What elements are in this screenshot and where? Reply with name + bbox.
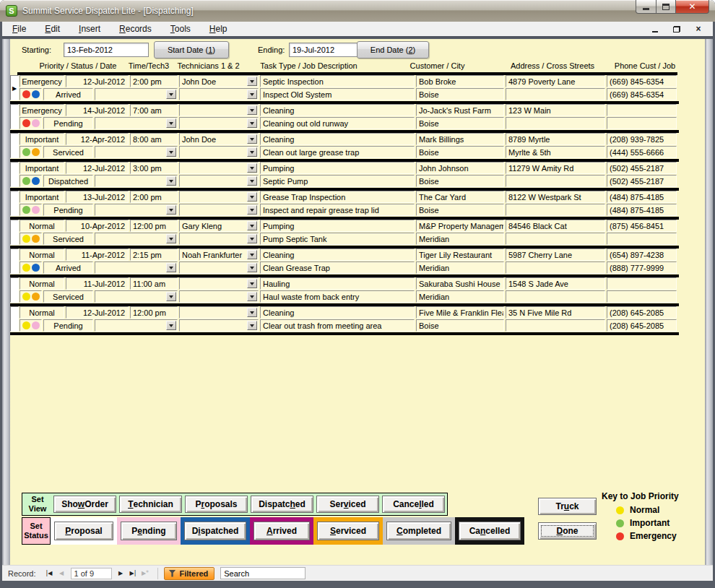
customer-field[interactable]: The Car Yard xyxy=(416,191,504,203)
phone-customer-field[interactable]: (484) 875-4185 xyxy=(607,191,677,203)
priority-field[interactable]: Important xyxy=(20,191,64,203)
dropdown-button[interactable] xyxy=(247,205,257,215)
dropdown-button[interactable] xyxy=(247,250,257,259)
phone-customer-field[interactable]: (502) 455-2187 xyxy=(607,162,677,174)
dropdown-button[interactable] xyxy=(247,163,257,173)
dropdown-button[interactable] xyxy=(247,263,257,272)
task-type-field[interactable]: Pumping xyxy=(260,162,415,174)
phone-job-field[interactable] xyxy=(607,117,677,129)
job-description-field[interactable]: Clear out trash from meeting area xyxy=(260,319,415,332)
dropdown-button[interactable] xyxy=(247,147,257,157)
cross-streets-field[interactable] xyxy=(506,319,605,332)
mdi-restore-button[interactable] xyxy=(671,24,682,34)
priority-field[interactable]: Emergency xyxy=(20,104,64,116)
job-description-field[interactable]: Septic Pump xyxy=(260,175,415,187)
previous-record-button[interactable]: ◀ xyxy=(56,568,68,579)
customer-field[interactable]: Bob Broke xyxy=(416,75,504,87)
dropdown-button[interactable] xyxy=(166,234,176,243)
address-field[interactable]: 123 W Main xyxy=(506,104,605,116)
starting-date-input[interactable] xyxy=(64,43,149,57)
priority-field[interactable]: Normal xyxy=(20,220,64,232)
customer-field[interactable]: M&P Property Management xyxy=(416,220,504,232)
record-selector[interactable] xyxy=(10,306,19,332)
dropdown-button[interactable] xyxy=(247,90,257,99)
customer-field[interactable]: Sakuraba Sushi House xyxy=(416,277,504,290)
status-button-arrived[interactable]: Arrived xyxy=(254,522,310,540)
job-description-field[interactable]: Inspect and repair grease trap lid xyxy=(260,204,415,216)
date-field[interactable]: 12-Jul-2012 xyxy=(66,75,129,87)
cross-streets-field[interactable] xyxy=(506,117,605,129)
city-field[interactable]: Boise xyxy=(416,88,504,100)
technician1-combo[interactable] xyxy=(179,277,259,290)
cross-streets-field[interactable] xyxy=(506,88,605,100)
cross-streets-field[interactable] xyxy=(506,290,605,303)
dropdown-button[interactable] xyxy=(166,90,176,99)
filtered-toggle-button[interactable]: Filtered xyxy=(164,567,215,580)
status-field[interactable]: Arrived xyxy=(43,261,93,274)
dropdown-button[interactable] xyxy=(247,134,257,144)
end-date-button[interactable]: End Date (2) xyxy=(357,41,429,59)
date-field[interactable]: 14-Jul-2012 xyxy=(66,104,129,116)
priority-field[interactable]: Normal xyxy=(20,248,64,261)
status-field[interactable]: Arrived xyxy=(43,88,93,100)
tech3-combo[interactable] xyxy=(95,290,178,303)
technician1-combo[interactable] xyxy=(179,104,259,116)
new-record-button[interactable]: ▶* xyxy=(139,568,152,579)
status-field[interactable]: Serviced xyxy=(43,146,93,158)
record-search-input[interactable] xyxy=(220,567,306,579)
technician2-combo[interactable] xyxy=(179,319,259,332)
task-type-field[interactable]: Septic Inspection xyxy=(260,75,415,87)
menu-item-file[interactable]: File xyxy=(12,24,26,34)
customer-field[interactable]: John Johnson xyxy=(416,162,504,174)
time-field[interactable]: 8:00 am xyxy=(130,133,178,145)
address-field[interactable]: 4879 Poverty Lane xyxy=(506,75,605,87)
time-field[interactable]: 11:00 am xyxy=(130,277,178,290)
last-record-button[interactable]: ▶| xyxy=(127,568,139,579)
time-field[interactable]: 2:00 pm xyxy=(130,75,178,87)
menu-item-insert[interactable]: Insert xyxy=(79,24,100,34)
task-type-field[interactable]: Hauling xyxy=(260,277,415,290)
task-type-field[interactable]: Cleaning xyxy=(260,306,415,319)
technician2-combo[interactable] xyxy=(179,261,259,274)
status-field[interactable]: Dispatched xyxy=(43,175,93,187)
dropdown-button[interactable] xyxy=(166,118,176,128)
tech3-combo[interactable] xyxy=(95,261,178,274)
address-field[interactable]: 1548 S Jade Ave xyxy=(506,277,605,290)
technician1-combo[interactable] xyxy=(179,306,259,319)
dropdown-button[interactable] xyxy=(247,234,257,243)
record-selector[interactable] xyxy=(10,104,19,129)
phone-customer-field[interactable]: (208) 939-7825 xyxy=(607,133,677,145)
record-selector[interactable] xyxy=(10,133,19,158)
cross-streets-field[interactable] xyxy=(506,175,605,187)
dropdown-button[interactable] xyxy=(247,292,257,301)
customer-field[interactable]: Jo-Jack's Rust Farm xyxy=(416,104,504,116)
phone-job-field[interactable]: (502) 455-2187 xyxy=(607,175,677,187)
city-field[interactable]: Boise xyxy=(416,146,504,158)
menu-item-help[interactable]: Help xyxy=(209,24,228,34)
record-selector[interactable]: ▶ xyxy=(10,75,19,100)
cross-streets-field[interactable] xyxy=(506,233,605,245)
job-description-field[interactable]: Pump Septic Tank xyxy=(260,233,415,245)
job-description-field[interactable]: Clean Grease Trap xyxy=(260,261,415,274)
date-field[interactable]: 11-Apr-2012 xyxy=(66,248,129,261)
task-type-field[interactable]: Cleaning xyxy=(260,133,415,145)
dropdown-button[interactable] xyxy=(166,321,176,330)
technician2-combo[interactable] xyxy=(179,290,259,303)
dropdown-button[interactable] xyxy=(247,118,257,128)
phone-job-field[interactable] xyxy=(607,290,677,303)
menu-item-edit[interactable]: Edit xyxy=(45,24,60,34)
technician2-combo[interactable] xyxy=(179,146,259,158)
dropdown-button[interactable] xyxy=(166,263,176,272)
tech3-combo[interactable] xyxy=(95,204,178,216)
view-button-cancelled[interactable]: Cancelled xyxy=(382,496,445,513)
date-field[interactable]: 12-Jul-2012 xyxy=(66,306,129,319)
city-field[interactable]: Boise xyxy=(416,117,504,129)
status-button-completed[interactable]: Completed xyxy=(386,522,451,540)
dropdown-button[interactable] xyxy=(247,321,257,330)
phone-customer-field[interactable] xyxy=(607,277,677,290)
city-field[interactable]: Meridian xyxy=(416,261,504,274)
technician1-combo[interactable]: Noah Frankfurter xyxy=(179,248,259,261)
status-field[interactable]: Serviced xyxy=(43,290,93,303)
phone-job-field[interactable]: (444) 555-6666 xyxy=(607,146,677,158)
job-description-field[interactable]: Cleaning out old runway xyxy=(260,117,415,129)
